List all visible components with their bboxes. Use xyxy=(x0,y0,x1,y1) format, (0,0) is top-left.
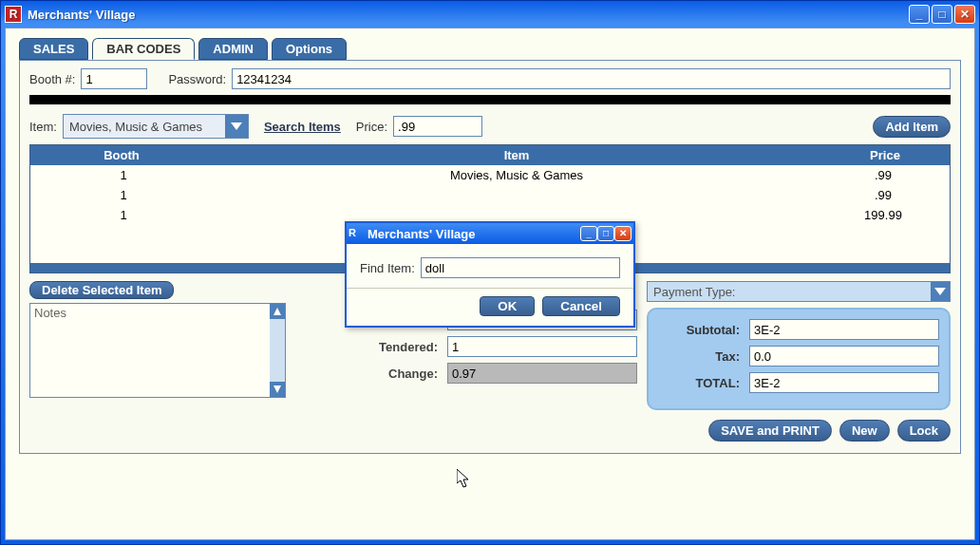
tendered-label: Tendered: xyxy=(352,340,438,354)
col-booth-header: Booth xyxy=(30,145,217,165)
tendered-input[interactable] xyxy=(447,336,637,357)
find-item-input[interactable] xyxy=(421,257,620,278)
new-button[interactable]: New xyxy=(839,420,890,442)
app-window: R Merchants' Village _ □ ✕ SALES BAR COD… xyxy=(0,0,980,545)
dialog-maximize-button[interactable]: □ xyxy=(597,226,614,241)
save-print-button[interactable]: SAVE and PRINT xyxy=(708,420,832,442)
subtotal-output xyxy=(749,319,939,340)
dialog-titlebar: R Merchants' Village _ □ ✕ xyxy=(347,223,633,244)
delete-item-button[interactable]: Delete Selected Item xyxy=(29,281,174,299)
col-price-header: Price xyxy=(817,145,950,165)
app-icon: R xyxy=(349,226,364,241)
table-row[interactable]: 1 Movies, Music & Games .99 xyxy=(30,165,950,185)
window-title: Merchants' Village xyxy=(28,8,909,22)
tab-sales[interactable]: SALES xyxy=(19,38,88,60)
booth-label: Booth #: xyxy=(29,72,75,86)
dialog-title: Merchants' Village xyxy=(368,227,580,241)
titlebar: R Merchants' Village _ □ ✕ xyxy=(1,1,979,28)
app-icon: R xyxy=(5,6,22,23)
find-item-dialog: R Merchants' Village _ □ ✕ Find Item: OK… xyxy=(345,221,635,328)
notes-textarea[interactable]: Notes xyxy=(29,303,286,398)
payment-type-dropdown[interactable]: Payment Type: xyxy=(647,281,951,302)
total-output xyxy=(749,372,939,393)
tab-options[interactable]: Options xyxy=(272,38,347,60)
dialog-minimize-button[interactable]: _ xyxy=(580,226,597,241)
price-label: Price: xyxy=(356,120,387,134)
scroll-up-icon[interactable] xyxy=(270,304,285,319)
item-dropdown-value: Movies, Music & Games xyxy=(64,120,225,134)
maximize-button[interactable]: □ xyxy=(932,5,952,24)
add-item-button[interactable]: Add Item xyxy=(873,116,951,138)
tax-output xyxy=(749,346,939,366)
change-output xyxy=(447,363,637,384)
tax-label: Tax: xyxy=(673,349,740,364)
item-label: Item: xyxy=(29,120,57,134)
search-items-link[interactable]: Search Items xyxy=(264,120,341,134)
table-row[interactable]: 1 .99 xyxy=(30,185,950,205)
notes-placeholder: Notes xyxy=(30,304,270,397)
minimize-button[interactable]: _ xyxy=(909,5,930,24)
item-dropdown[interactable]: Movies, Music & Games xyxy=(63,114,249,139)
scroll-down-icon[interactable] xyxy=(270,382,285,397)
subtotal-label: Subtotal: xyxy=(673,323,740,337)
lock-button[interactable]: Lock xyxy=(897,420,951,442)
totals-box: Subtotal: Tax: TOTAL: xyxy=(647,308,951,410)
dialog-close-button[interactable]: ✕ xyxy=(614,226,631,241)
notes-scrollbar[interactable] xyxy=(270,304,285,397)
password-label: Password: xyxy=(168,72,226,86)
total-label: TOTAL: xyxy=(673,376,740,390)
cancel-button[interactable]: Cancel xyxy=(542,296,620,316)
booth-input[interactable] xyxy=(81,68,147,89)
chevron-down-icon[interactable] xyxy=(225,115,248,138)
tab-admin[interactable]: ADMIN xyxy=(198,38,268,60)
find-item-label: Find Item: xyxy=(360,261,415,275)
divider xyxy=(29,95,951,104)
close-button[interactable]: ✕ xyxy=(954,5,975,24)
password-input[interactable] xyxy=(232,68,951,89)
payment-type-label: Payment Type: xyxy=(648,285,931,299)
price-input[interactable] xyxy=(393,116,482,137)
change-label: Change: xyxy=(352,366,438,381)
col-item-header: Item xyxy=(217,145,817,165)
main-tabs: SALES BAR CODES ADMIN Options xyxy=(19,38,961,60)
chevron-down-icon[interactable] xyxy=(931,282,950,301)
ok-button[interactable]: OK xyxy=(480,296,535,316)
tab-barcodes[interactable]: BAR CODES xyxy=(92,38,195,60)
